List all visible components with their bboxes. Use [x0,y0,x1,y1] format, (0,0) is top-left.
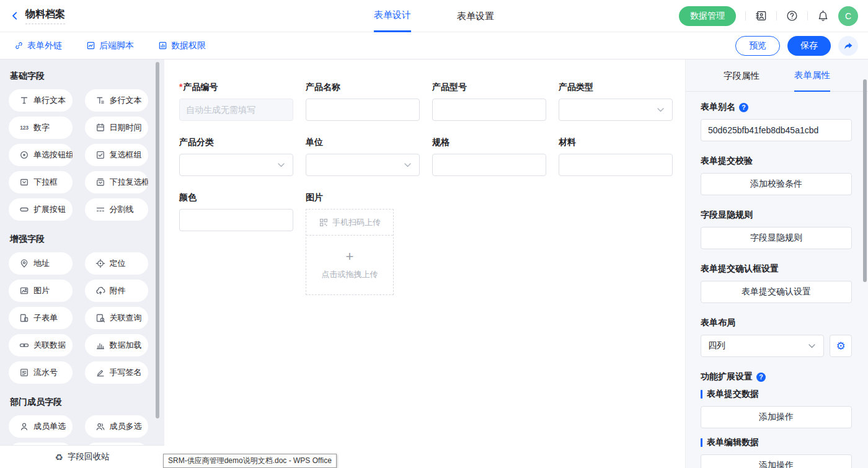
form-alias-group: 表单别名 ? [701,102,852,141]
help-icon[interactable]: ? [739,103,748,112]
sidebar-item-label: 图片 [33,285,50,296]
chevron-down-icon [655,108,665,112]
scan-upload-button[interactable]: 手机扫码上传 [306,210,393,236]
add-validation-button[interactable]: 添加校验条件 [701,173,852,195]
sidebar-item[interactable]: 数据加载 [85,334,149,356]
share-button[interactable] [838,36,858,56]
sidebar-item[interactable]: 关联查询 [85,307,149,329]
form-field-label: 产品类型 [559,81,673,93]
form-field: *产品编号 [179,81,293,121]
page-title[interactable]: 物料档案 [25,8,65,24]
form-field-label-text: 产品型号 [432,81,467,93]
toolbar-link[interactable]: 表单外链 [14,40,62,51]
toolbar-link[interactable]: 后端脚本 [86,40,134,51]
form-field: 规格 [432,136,546,176]
field-recycle-bin[interactable]: ♻ 字段回收站 [0,445,164,468]
text-input[interactable] [179,209,293,231]
sidebar-item[interactable]: 定位 [85,252,149,275]
form-field-label: 单位 [306,136,420,148]
field-visibility-button[interactable]: 字段显隐规则 [701,227,852,249]
submit-confirm-button[interactable]: 表单提交确认设置 [701,281,852,303]
submit-data-label: 表单提交数据 [701,389,852,400]
sidebar-item[interactable]: 复选框组 [85,144,149,166]
sidebar-item-label: 数据加载 [110,340,142,351]
sidebar-item[interactable]: 流水号 [9,361,73,384]
preview-button[interactable]: 预览 [735,36,780,56]
header-tab[interactable]: 表单设置 [457,0,494,32]
app-header: 物料档案 表单设计表单设置 数据管理 C [0,0,868,32]
form-field: 产品分类 [179,136,293,176]
save-button[interactable]: 保存 [787,36,831,56]
form-field-label: *产品编号 [179,81,293,93]
add-action-button[interactable]: 添加操作 [701,406,852,428]
text-input[interactable] [432,99,546,121]
sidebar-item[interactable]: 地址 [9,252,73,275]
properties-tab[interactable]: 表单属性 [794,60,830,92]
form-canvas: *产品编号产品名称产品型号产品类型产品分类单位规格材料颜色图片手机扫码上传+点击… [164,60,685,468]
text-input[interactable] [179,99,293,121]
help-icon[interactable]: ? [756,373,766,382]
gear-icon[interactable]: ⚙ [830,335,852,357]
text-input[interactable] [432,154,546,176]
sidebar-item[interactable]: 子表单 [9,307,73,329]
contact-book-icon[interactable] [755,10,767,22]
app-window: 物料档案 表单设计表单设置 数据管理 C 表单外链后端脚本数据权限 预览 保存 … [0,0,868,468]
help-icon[interactable] [786,10,798,22]
sidebar-item[interactable]: 图片 [9,280,73,302]
back-button[interactable] [10,11,20,21]
select-input[interactable] [559,99,673,121]
text-input[interactable] [306,99,420,121]
sidebar-section-title: 增强字段 [10,234,148,245]
sidebar-item[interactable]: 关联数据 [9,334,73,356]
sidebar-item[interactable]: 单行文本 [9,89,73,112]
member-multi-icon [95,422,105,431]
properties-tab[interactable]: 字段属性 [724,60,760,92]
sidebar-item[interactable]: 扩展按钮 [9,198,73,221]
datetime-icon [95,123,105,133]
radio-group-icon [19,150,29,160]
form-field-label: 颜色 [179,191,293,203]
form-field-label-text: 颜色 [179,191,197,203]
sidebar-item[interactable]: 下拉复选框 [85,171,149,193]
field-visibility-group: 字段显隐规则 字段显隐规则 [701,210,852,249]
header-tab[interactable]: 表单设计 [374,0,411,32]
select-input[interactable] [179,154,293,176]
avatar[interactable]: C [838,6,858,26]
text-input[interactable] [559,154,673,176]
properties-scrollbar[interactable] [863,79,867,282]
sidebar-item[interactable]: 单选按钮组 [9,144,73,166]
sidebar-item-label: 定位 [110,258,126,269]
sidebar-item[interactable]: 附件 [85,280,149,302]
form-alias-input[interactable] [701,119,852,141]
sidebar-scrollbar[interactable] [156,62,159,418]
sidebar-item-label: 单行文本 [33,95,66,106]
layout-select[interactable]: 四列 [701,335,824,357]
field-visibility-label: 字段显隐规则 [701,210,753,221]
sidebar-item[interactable]: 分割线 [85,198,149,221]
sidebar-item-label: 子表单 [33,312,58,324]
sidebar-item[interactable]: 手写签名 [85,361,149,384]
divider [807,11,808,20]
sidebar-item[interactable]: 下拉框 [9,171,73,193]
form-field-label: 产品分类 [179,136,293,148]
linked-data-icon [19,340,29,350]
bell-icon[interactable] [817,10,829,22]
chevron-down-icon [276,163,286,167]
drop-upload-zone[interactable]: +点击或拖拽上传 [306,236,393,294]
sidebar-item[interactable]: 123数字 [9,117,73,139]
sidebar-item-label: 地址 [33,258,50,269]
select-input[interactable] [306,154,420,176]
linked-query-icon [95,313,105,323]
sidebar-item[interactable]: 多行文本 [85,89,149,112]
data-manage-button[interactable]: 数据管理 [679,6,736,26]
add-action-button[interactable]: 添加操作 [701,454,852,468]
sidebar-item[interactable]: 成员多选 [85,415,149,438]
expand-button-icon [19,205,29,214]
form-field-label-text: 材料 [559,136,576,148]
toolbar-link[interactable]: 数据权限 [157,40,206,51]
sidebar-item-label: 下拉复选框 [110,177,149,188]
member-single-icon [19,422,29,431]
sidebar-item[interactable]: 日期时间 [85,117,149,139]
qr-code-icon [319,218,329,227]
sidebar-item[interactable]: 成员单选 [9,415,73,438]
